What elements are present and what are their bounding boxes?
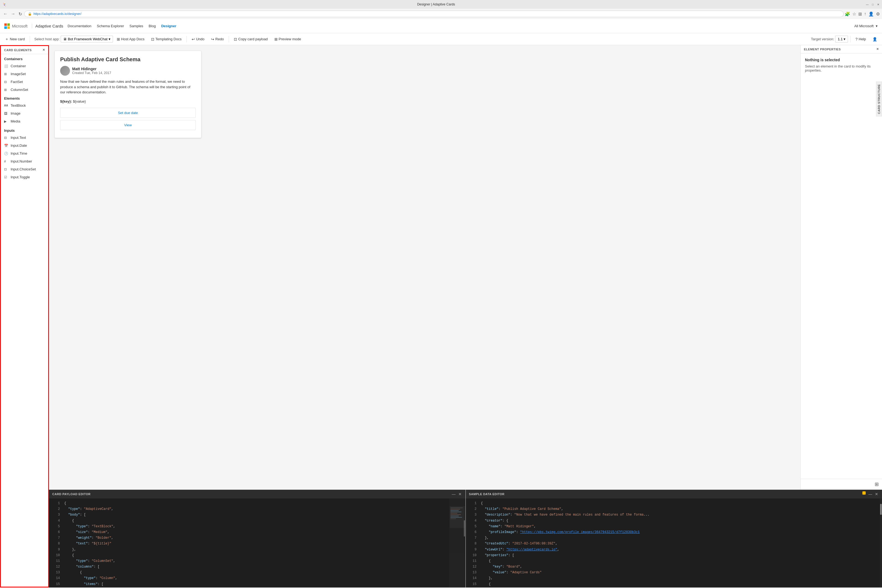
browser-chrome: 🃏 Designer | Adaptive Cards — □ ✕ ← → ↻ … [0,0,882,19]
properties-collapse-icon[interactable]: ✕ [876,47,879,51]
redo-button[interactable]: ↪ Redo [208,35,226,43]
back-button[interactable]: ← [2,10,9,17]
sidebar-item-input-date[interactable]: 📅 Input.Date [1,141,48,150]
top-section: Publish Adaptive Card Schema Matt Hiding… [49,45,882,489]
sidebar-item-container[interactable]: ⬜ Container [1,62,48,70]
payload-editor-with-minimap: 1{ 2 "type": "AdaptiveCard", 3 "body": [… [49,498,465,588]
ms-logo-squares [4,23,10,29]
templating-docs-button[interactable]: ⊡ Templating Docs [148,35,184,43]
host-app-docs-button[interactable]: ⊞ Host App Docs [114,35,147,43]
code-line: 9 }, [49,547,449,553]
close-button[interactable]: ✕ [876,3,880,6]
url-display: https://adaptivecards.io/designer/ [33,12,840,16]
nav-blog[interactable]: Blog [148,24,156,28]
nav-samples[interactable]: Samples [130,24,144,28]
maximize-button[interactable]: □ [871,3,874,6]
extensions-icon[interactable]: 🧩 [845,11,850,16]
set-due-date-button[interactable]: Set due date [60,108,196,118]
all-microsoft-label[interactable]: All Microsoft [854,24,873,28]
sample-editor-close[interactable]: ✕ [874,491,879,497]
card-payload-editor-header: CARD PAYLOAD EDITOR — ✕ [49,490,465,498]
host-app-docs-icon: ⊞ [117,37,120,41]
nav-bar: ← → ↻ 🔒 https://adaptivecards.io/designe… [0,9,882,19]
code-line: 7 }, [466,535,880,541]
sample-editor-minimize[interactable]: — [868,491,873,497]
chevron-down-icon: ▾ [109,37,111,41]
input-text-icon: ⊟ [4,136,9,140]
sidebar-item-image[interactable]: 🖼 Image [1,110,48,117]
nav-documentation[interactable]: Documentation [68,24,91,28]
chevron-down-icon: ▾ [844,37,846,41]
card-structure-tab[interactable]: CARD STRUCTURE [876,82,882,117]
preview-mode-button[interactable]: ⊞ Preview mode [272,35,304,43]
sidebar: CARD ELEMENTS ✕ Containers ⬜ Container ⊞… [0,45,49,588]
card-area: Publish Adaptive Card Schema Matt Hiding… [49,45,800,489]
code-line: 9 "viewUrl": "https://adaptivecards.io", [466,547,880,553]
view-button[interactable]: View [60,120,196,130]
sidebar-item-input-toggle[interactable]: ☑ Input.Toggle [1,173,48,181]
toolbar-separator-3 [229,36,229,42]
sidebar-collapse-icon[interactable]: ✕ [42,48,45,52]
sidebar-item-input-time[interactable]: 🕐 Input.Time [1,150,48,158]
sidebar-item-factset[interactable]: ⊟ FactSet [1,78,48,86]
nav-schema-explorer[interactable]: Schema Explorer [97,24,124,28]
toolbar-separator-1 [30,36,30,42]
toolbar-separator-2 [186,36,187,42]
settings-icon[interactable]: ⚙ [876,11,880,16]
payload-editor-minimize[interactable]: — [452,491,456,497]
columnset-icon: ⊞ [4,88,9,92]
sidebar-item-columnset[interactable]: ⊞ ColumnSet [1,86,48,94]
payload-editor-content[interactable]: 1{ 2 "type": "AdaptiveCard", 3 "body": [… [49,498,449,588]
monitor-icon: 🖥 [63,37,67,41]
forward-button[interactable]: → [10,10,16,17]
sidebar-item-input-number[interactable]: # Input.Number [1,158,48,165]
code-line: 1{ [466,501,880,506]
nothing-selected-title: Nothing is selected [805,58,878,62]
main-content: Publish Adaptive Card Schema Matt Hiding… [49,45,882,588]
sample-editor-actions: — ✕ [862,491,879,497]
add-element-icon[interactable]: ⊞ [874,481,879,487]
containers-section-title: Containers [1,54,48,62]
address-bar[interactable]: 🔒 https://adaptivecards.io/designer/ [24,10,844,17]
sample-data-editor: SAMPLE DATA EDITOR — ✕ 1{ 2 "title": "Pu… [466,490,882,588]
sidebar-item-imageset[interactable]: ⊞ ImageSet [1,70,48,78]
collections-icon[interactable]: ⊞ [858,11,862,16]
payload-editor-close[interactable]: ✕ [458,491,462,497]
textblock-icon: AA [4,104,9,107]
target-version-selector[interactable]: 1.1 ▾ [835,36,848,42]
sidebar-item-media[interactable]: ▶ Media [1,117,48,125]
sample-editor-with-minimap: 1{ 2 "title": "Publish Adaptive Card Sch… [466,498,882,588]
code-line: 5 "name": "Matt Hidinger", [466,524,880,530]
sidebar-item-input-choiceset[interactable]: ⊡ Input.ChoiceSet [1,165,48,173]
ms-square-blue [4,26,7,29]
title-bar-title: Designer | Adaptive Cards [417,3,455,6]
new-card-button[interactable]: ＋ New card [2,35,27,43]
share-icon[interactable]: ↑ [864,11,866,16]
redo-icon: ↪ [211,37,214,41]
title-bar: 🃏 Designer | Adaptive Cards — □ ✕ [0,0,882,9]
host-app-selector[interactable]: 🖥 Bot Framework WebChat ▾ [61,36,113,42]
sidebar-item-textblock[interactable]: AA TextBlock [1,102,48,110]
code-line: 3 "description": "Now that we have defin… [466,512,880,518]
sidebar-item-input-text[interactable]: ⊟ Input.Text [1,134,48,141]
profile-icon[interactable]: 👤 [868,11,874,16]
card-avatar [60,66,70,76]
copy-payload-button[interactable]: ⊡ Copy card payload [231,35,270,43]
minimize-button[interactable]: — [866,3,869,6]
user-button[interactable]: 👤 [870,35,880,43]
toolbar: ＋ New card Select host app: 🖥 Bot Framew… [0,33,882,45]
code-line: 4 { [49,518,449,524]
refresh-button[interactable]: ↻ [17,10,23,18]
sample-editor-content[interactable]: 1{ 2 "title": "Publish Adaptive Card Sch… [466,498,880,588]
help-button[interactable]: ? Help [853,35,868,43]
undo-button[interactable]: ↩ Undo [189,35,207,43]
code-line: 8 "createdUtc": "2017-02-14T06:08:39Z", [466,541,880,547]
nothing-selected-desc: Select an element in the card to modify … [805,64,878,72]
factset-icon: ⊟ [4,80,9,84]
browser-favicon: 🃏 [2,3,6,6]
nav-designer[interactable]: Designer [161,24,176,28]
lock-icon: 🔒 [28,12,32,16]
elements-section-title: Elements [1,94,48,102]
favorites-icon[interactable]: ☆ [852,11,856,16]
sample-data-editor-header: SAMPLE DATA EDITOR — ✕ [466,490,882,498]
